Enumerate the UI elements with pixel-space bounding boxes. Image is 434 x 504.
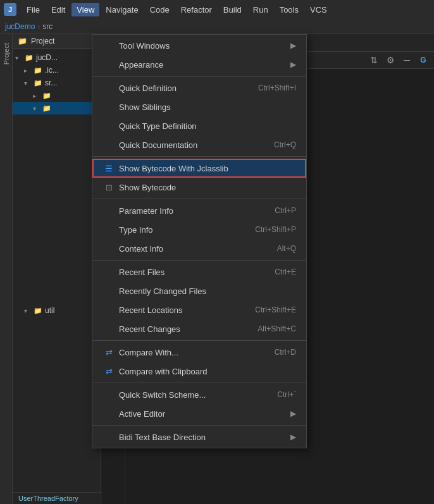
project-panel-header: 📁 Project <box>13 34 101 49</box>
menubar: J File Edit View Navigate Code Refactor … <box>0 0 434 19</box>
shortcut: Ctrl+E <box>275 267 296 276</box>
tree-label: util <box>45 306 54 315</box>
menu-row-label: Recently Changed Files <box>119 286 296 296</box>
shortcut: Ctrl+` <box>277 390 296 399</box>
gear-icon[interactable]: ⚙ <box>383 53 397 67</box>
shortcut: Ctrl+D <box>275 348 296 357</box>
tree-arrow: ▾ <box>15 54 24 61</box>
menu-row-label: Recent Files <box>119 267 259 277</box>
tree-item-src[interactable]: ▾ 📁 sr... <box>13 77 101 89</box>
menu-view[interactable]: View <box>71 3 99 16</box>
menu-navigate[interactable]: Navigate <box>101 3 143 16</box>
menu-item-parameter-info[interactable]: Parameter Info Ctrl+P <box>92 201 306 220</box>
menu-item-recent-locations[interactable]: Recent Locations Ctrl+Shift+E <box>92 300 306 319</box>
app-icon: J <box>4 3 16 16</box>
menu-item-quick-doc[interactable]: Quick Documentation Ctrl+Q <box>92 135 306 154</box>
appearance-icon <box>102 58 115 71</box>
menu-item-context-info[interactable]: Context Info Alt+Q <box>92 239 306 258</box>
quick-doc-icon <box>102 138 115 151</box>
menu-item-type-info[interactable]: Type Info Ctrl+Shift+P <box>92 220 306 239</box>
submenu-arrow: ▶ <box>290 60 296 69</box>
menu-row-label: Appearance <box>119 60 285 70</box>
menu-item-active-editor[interactable]: Active Editor ▶ <box>92 404 306 423</box>
folder-icon: 📁 <box>33 78 43 88</box>
menu-item-quick-definition[interactable]: Quick Definition Ctrl+Shift+I <box>92 78 306 97</box>
menu-item-recent-files[interactable]: Recent Files Ctrl+E <box>92 262 306 281</box>
folder-icon: 📁 <box>33 65 43 75</box>
project-tree: ▾ 📁 jucD... ▸ 📁 .ic... ▾ 📁 sr... ▸ 📁 <box>13 49 101 504</box>
menu-row-label: Quick Type Definition <box>119 121 296 131</box>
menu-row-label: Recent Changes <box>119 324 242 334</box>
type-icon <box>102 223 115 236</box>
submenu-arrow: ▶ <box>290 433 296 441</box>
submenu-arrow: ▶ <box>290 41 296 50</box>
menu-item-quick-switch[interactable]: Quick Switch Scheme... Ctrl+` <box>92 385 306 404</box>
tree-item-subfolder[interactable]: ▸ 📁 <box>13 89 101 102</box>
menu-row-label: Context Info <box>119 244 262 254</box>
tree-item-util[interactable]: ▾ 📁 util <box>13 304 101 317</box>
menu-item-recently-changed[interactable]: Recently Changed Files <box>92 281 306 300</box>
sidebar-project-label[interactable]: Project <box>1 40 11 67</box>
menu-item-quick-type-def[interactable]: Quick Type Definition <box>92 116 306 135</box>
shortcut: Ctrl+Shift+I <box>258 83 296 92</box>
tree-item-selected[interactable]: ▾ 📁 <box>13 102 101 114</box>
menu-item-appearance[interactable]: Appearance ▶ <box>92 55 306 74</box>
folder-icon: 📁 <box>18 37 27 46</box>
menu-row-label: Quick Documentation <box>119 140 259 150</box>
menu-item-recent-changes[interactable]: Recent Changes Alt+Shift+C <box>92 319 306 338</box>
menu-tools[interactable]: Tools <box>275 3 304 16</box>
menu-edit[interactable]: Edit <box>46 3 70 16</box>
shortcut: Ctrl+Q <box>274 140 296 149</box>
tree-item-ic[interactable]: ▸ 📁 .ic... <box>13 64 101 77</box>
separator-2 <box>92 156 306 157</box>
shortcut: Ctrl+Shift+P <box>255 225 296 234</box>
recently-changed-icon <box>102 285 115 297</box>
menu-item-tool-windows[interactable]: Tool Windows ▶ <box>92 36 306 55</box>
bytecode-icon: ⊡ <box>102 181 115 194</box>
breadcrumb-part2[interactable]: src <box>42 22 53 31</box>
quick-def-icon <box>102 82 115 94</box>
menu-refactor[interactable]: Refactor <box>176 3 217 16</box>
folder-icon: 📁 <box>42 103 52 113</box>
menu-item-show-siblings[interactable]: Show Siblings <box>92 97 306 116</box>
jclasslib-icon: ☰ <box>102 162 115 175</box>
menu-build[interactable]: Build <box>218 3 247 16</box>
quick-switch-icon <box>102 388 115 401</box>
menu-item-show-bytecode-jclasslib[interactable]: ☰ Show Bytecode With Jclasslib <box>92 159 306 178</box>
folder-icon: 📁 <box>42 90 52 101</box>
breadcrumb-part1[interactable]: jucDemo <box>5 22 35 31</box>
menu-item-compare-clipboard[interactable]: ⇄ Compare with Clipboard <box>92 362 306 381</box>
menu-item-show-bytecode[interactable]: ⊡ Show Bytecode <box>92 178 306 197</box>
menu-vcs[interactable]: VCS <box>305 3 332 16</box>
menu-item-bidi-text[interactable]: Bidi Text Base Direction ▶ <box>92 427 306 446</box>
menu-row-label: Type Info <box>119 225 240 235</box>
tool-windows-icon <box>102 39 115 52</box>
param-icon <box>102 204 115 217</box>
menu-code[interactable]: Code <box>145 3 175 16</box>
menu-row-label: Compare With... <box>119 348 259 357</box>
tree-label: sr... <box>45 78 57 87</box>
separator-5 <box>92 340 306 341</box>
menu-run[interactable]: Run <box>248 3 273 16</box>
status-text: UserThreadFactory <box>18 495 78 502</box>
separator-3 <box>92 199 306 199</box>
tree-label: .ic... <box>45 66 59 75</box>
tree-item-jucdemo[interactable]: ▾ 📁 jucD... <box>13 51 101 64</box>
menu-row-label: Show Bytecode With Jclasslib <box>119 164 296 173</box>
breadcrumb-sep: › <box>37 22 40 31</box>
folder-icon: 📁 <box>24 52 34 63</box>
tree-arrow: ▾ <box>33 105 42 112</box>
minus-icon[interactable]: ─ <box>400 53 414 67</box>
logo-icon[interactable]: G <box>416 53 430 67</box>
menu-file[interactable]: File <box>22 3 45 16</box>
menu-row-label: Quick Definition <box>119 83 243 93</box>
tree-label: jucD... <box>36 53 58 62</box>
tree-arrow: ▾ <box>24 80 33 87</box>
project-panel: 📁 Project ▾ 📁 jucD... ▸ 📁 .ic... ▾ 📁 sr.… <box>13 34 101 504</box>
recent-changes-icon <box>102 323 115 335</box>
menu-item-compare-with[interactable]: ⇄ Compare With... Ctrl+D <box>92 343 306 362</box>
view-dropdown-menu: Tool Windows ▶ Appearance ▶ Quick Defini… <box>92 34 307 448</box>
menu-row-label: Parameter Info <box>119 206 259 216</box>
menu-row-label: Show Bytecode <box>119 183 296 192</box>
align-icon[interactable]: ⇅ <box>367 53 381 67</box>
